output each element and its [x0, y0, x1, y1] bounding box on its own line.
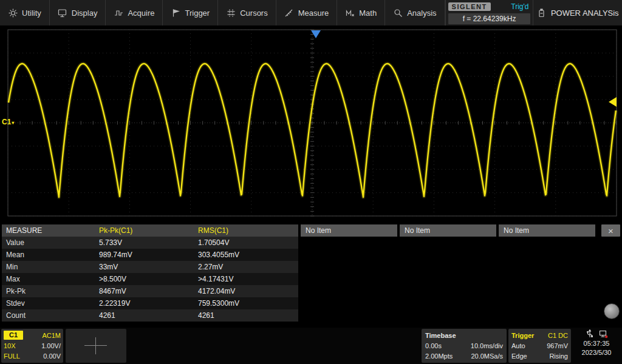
network-status-dot: [605, 335, 607, 337]
measure-col-noitem-2[interactable]: No Item: [400, 224, 496, 237]
menu-measure[interactable]: Measure: [276, 0, 338, 25]
row-label: Min: [2, 263, 99, 271]
row-label: Max: [2, 275, 99, 283]
cursor-position-box[interactable]: [66, 329, 126, 363]
measure-close-button[interactable]: ×: [601, 224, 620, 237]
table-row: Pk-Pk 8467mV 4172.04mV: [2, 285, 298, 297]
rms-value: 2.27mV: [198, 263, 298, 271]
channel1-bandwidth: FULL: [4, 352, 20, 360]
trigger-slope: Rising: [549, 352, 568, 360]
trigger-level: 967mV: [547, 342, 568, 349]
pkpk-value: 5.733V: [99, 238, 198, 247]
menu-analysis-label: Analysis: [407, 8, 436, 18]
rms-value: 4172.04mV: [198, 287, 298, 295]
channel1-waveform: [9, 64, 616, 197]
brand-block: SIGLENT Trig'd f = 22.64239kHz: [445, 0, 533, 25]
menu-measure-label: Measure: [298, 8, 329, 18]
trigger-coupling: DC: [558, 332, 568, 339]
table-row: Max >8.500V >4.17431V: [2, 273, 298, 285]
oscilloscope-screen: Utility Display Acquire Trigger Cursors: [0, 0, 622, 364]
channel1-volts-div: 1.00V/: [41, 342, 61, 349]
bottom-status-bar: C1 AC1M 10X 1.00V/ FULL 0.00V Timebase 0…: [0, 328, 622, 364]
channel1-waveform-glow: [9, 64, 616, 197]
menu-math-label: Math: [359, 8, 377, 18]
table-row: Mean 989.74mV 303.4055mV: [2, 249, 298, 261]
rms-value: 1.70504V: [198, 238, 298, 247]
trigger-flag-icon: [171, 8, 180, 18]
pkpk-value: >8.500V: [99, 275, 198, 283]
usb-icon: [586, 329, 594, 340]
timebase-title: Timebase: [425, 332, 456, 339]
menu-trigger[interactable]: Trigger: [163, 0, 218, 25]
trigger-status-text: Trig'd: [511, 2, 530, 11]
menu-math[interactable]: Math: [337, 0, 385, 25]
timebase-status-box[interactable]: Timebase 0.00s 10.0ms/div 2.00Mpts 20.0M…: [422, 329, 507, 363]
measure-col-pkpk[interactable]: Pk-Pk(C1): [99, 226, 198, 235]
timebase-scale: 10.0ms/div: [471, 342, 503, 349]
menu-acquire[interactable]: Acquire: [106, 0, 163, 25]
menu-cursors-label: Cursors: [240, 8, 268, 18]
pkpk-value: 989.74mV: [99, 251, 198, 259]
channel1-badge[interactable]: C1: [4, 331, 23, 340]
table-row: Value 5.733V 1.70504V: [2, 237, 298, 249]
network-icon: [599, 329, 608, 340]
measure-col-noitem-1[interactable]: No Item: [301, 224, 397, 237]
frequency-counter: f = 22.64239kHz: [448, 13, 531, 24]
rms-value: 303.4055mV: [198, 251, 298, 259]
measure-col-rms[interactable]: RMS(C1): [198, 226, 297, 235]
power-analysis-label: POWER ANALYSis: [551, 8, 619, 18]
measure-title: MEASURE: [2, 226, 99, 235]
measure-panel: MEASURE Pk-Pk(C1) RMS(C1) No Item No Ite…: [0, 224, 622, 323]
channel1-offset: 0.00V: [43, 352, 61, 360]
menu-analysis[interactable]: Analysis: [385, 0, 445, 25]
rms-value: 4261: [198, 311, 298, 320]
timebase-delay: 0.00s: [425, 342, 442, 349]
display-icon: [58, 8, 67, 18]
clock-time: 05:37:35: [584, 339, 610, 348]
system-status-box: 05:37:35 2023/5/30: [572, 329, 621, 363]
menu-power-analysis[interactable]: POWER ANALYSis: [533, 0, 622, 25]
trigger-type: Edge: [511, 352, 527, 360]
menu-acquire-label: Acquire: [128, 8, 154, 18]
table-row: Stdev 2.22319V 759.5300mV: [2, 297, 298, 309]
top-menu-bar: Utility Display Acquire Trigger Cursors: [0, 0, 622, 25]
channel-offset-arrow-icon: ▾: [12, 120, 14, 126]
nav-knob-indicator[interactable]: [604, 303, 620, 319]
gear-icon: [8, 8, 18, 18]
menu-utility-label: Utility: [22, 8, 41, 18]
channel1-coupling: AC1M: [42, 332, 61, 339]
measure-table: Value 5.733V 1.70504V Mean 989.74mV 303.…: [2, 237, 298, 322]
menu-utility[interactable]: Utility: [0, 0, 50, 25]
menu-cursors[interactable]: Cursors: [218, 0, 276, 25]
timebase-samplerate: 20.0MSa/s: [471, 352, 503, 360]
pkpk-value: 2.22319V: [99, 299, 198, 308]
math-icon: [345, 8, 355, 18]
trigger-status-box[interactable]: Trigger C1 DC Auto 967mV Edge Rising: [508, 329, 571, 363]
trigger-level-marker[interactable]: [609, 97, 617, 107]
timebase-memory: 2.00Mpts: [425, 352, 453, 360]
measure-ruler-icon: [284, 8, 294, 18]
acquire-icon: [114, 8, 123, 18]
trigger-title: Trigger: [511, 332, 534, 339]
rms-value: >4.17431V: [198, 275, 298, 283]
row-label: Pk-Pk: [2, 287, 99, 295]
measure-col-noitem-3[interactable]: No Item: [499, 224, 595, 237]
cursors-icon: [226, 8, 236, 18]
channel1-offset-label[interactable]: C1▾: [2, 118, 14, 126]
siglent-logo: SIGLENT: [448, 2, 491, 11]
trigger-mode: Auto: [511, 342, 525, 349]
trigger-source: C1: [548, 332, 556, 339]
pkpk-value: 4261: [99, 311, 198, 320]
pkpk-value: 33mV: [99, 263, 198, 271]
menu-display-label: Display: [72, 8, 98, 18]
menu-display[interactable]: Display: [50, 0, 106, 25]
row-label: Count: [2, 311, 99, 320]
channel1-probe: 10X: [4, 342, 16, 349]
row-label: Value: [2, 238, 99, 247]
menu-trigger-label: Trigger: [185, 8, 210, 18]
crosshair-icon: [84, 345, 107, 346]
measure-header: MEASURE Pk-Pk(C1) RMS(C1) No Item No Ite…: [2, 224, 595, 237]
clock-date: 2023/5/30: [582, 348, 612, 357]
waveform-display-area[interactable]: C1▾: [0, 25, 622, 221]
channel1-status-box[interactable]: C1 AC1M 10X 1.00V/ FULL 0.00V: [1, 329, 63, 363]
